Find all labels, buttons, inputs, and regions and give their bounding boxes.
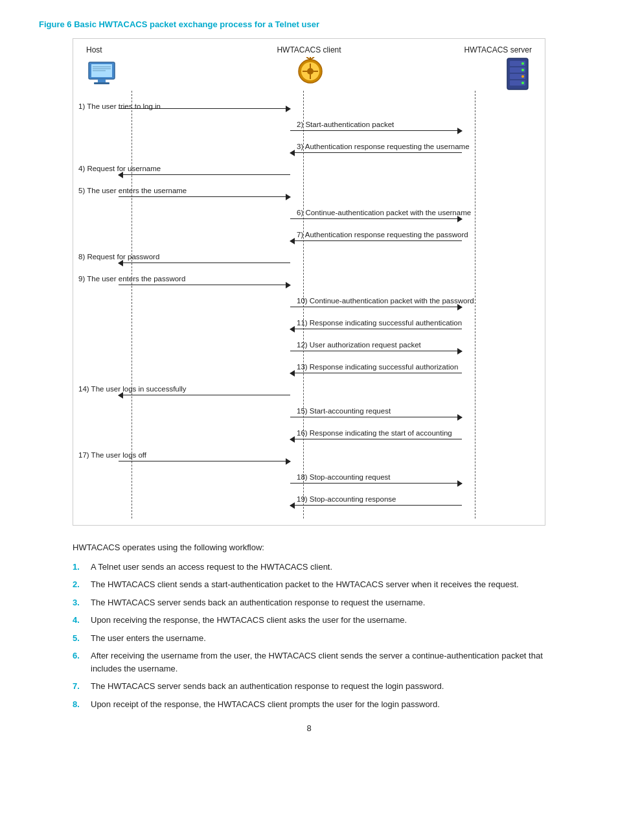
list-num-6: 6. — [73, 649, 88, 675]
seq-label-9: 9) The user enters the password — [78, 275, 185, 283]
seq-diagram-body: 1) The user tries to log in 2) Start-aut… — [73, 91, 545, 519]
svg-rect-6 — [94, 82, 109, 84]
list-item-2: 2. The HWTACACS client sends a start-aut… — [73, 578, 545, 591]
seq-row-10: 10) Continue-authentication packet with … — [73, 296, 545, 318]
seq-row-1: 1) The user tries to log in — [73, 97, 545, 119]
seq-row-9: 9) The user enters the password — [73, 274, 545, 296]
list-text-7: The HWTACACS server sends back an authen… — [91, 680, 444, 693]
seq-row-11: 11) Response indicating successful authe… — [73, 318, 545, 340]
list-text-1: A Telnet user sends an access request to… — [91, 561, 332, 574]
list-num-5: 5. — [73, 632, 88, 645]
arrow-10 — [290, 307, 462, 307]
seq-row-12: 12) User authorization request packet — [73, 340, 545, 362]
list-item-6: 6. After receiving the username from the… — [73, 649, 545, 675]
svg-point-22 — [521, 62, 524, 65]
client-icon — [293, 57, 327, 91]
arrow-3 — [290, 152, 462, 153]
seq-row-15: 15) Start-accounting request — [73, 406, 545, 428]
arrow-14 — [119, 395, 290, 395]
list-text-3: The HWTACACS server sends back an authen… — [91, 596, 425, 609]
seq-row-18: 18) Stop-accounting request — [73, 472, 545, 494]
seq-row-4: 4) Request for username — [73, 163, 545, 185]
list-text-8: Upon receipt of the response, the HWTACA… — [91, 698, 440, 711]
arrow-13 — [290, 373, 462, 373]
arrow-8 — [119, 262, 290, 263]
list-num-4: 4. — [73, 614, 88, 627]
seq-label-13: 13) Response indicating successful autho… — [297, 363, 458, 371]
description-intro: HWTACACS operates using the following wo… — [73, 541, 545, 554]
seq-row-19: 19) Stop-accounting response — [73, 494, 545, 516]
seq-row-7: 7) Authentication response requesting th… — [73, 229, 545, 251]
seq-label-2: 2) Start-authentication packet — [297, 121, 394, 128]
seq-label-5: 5) The user enters the username — [78, 187, 187, 194]
list-num-3: 3. — [73, 596, 88, 609]
col-server-label: HWTACACS server — [428, 45, 532, 54]
seq-label-15: 15) Start-accounting request — [297, 407, 391, 415]
list-text-6: After receiving the username from the us… — [91, 649, 545, 675]
seq-label-19: 19) Stop-accounting response — [297, 495, 396, 503]
svg-point-12 — [307, 68, 314, 75]
col-client-label: HWTACACS client — [244, 45, 374, 54]
seq-row-3: 3) Authentication response requesting th… — [73, 141, 545, 163]
list-item-3: 3. The HWTACACS server sends back an aut… — [73, 596, 545, 609]
arrow-18 — [290, 483, 462, 484]
bottom-description: HWTACACS operates using the following wo… — [73, 541, 545, 710]
seq-row-16: 16) Response indicating the start of acc… — [73, 428, 545, 450]
seq-label-17: 17) The user logs off — [78, 451, 146, 459]
list-num-7: 7. — [73, 680, 88, 693]
arrow-5 — [119, 196, 290, 197]
list-text-5: The user enters the username. — [91, 632, 206, 645]
svg-point-25 — [521, 82, 524, 84]
diagram-container: Host HWTACACS client HWTACACS server — [73, 38, 545, 526]
arrow-12 — [290, 351, 462, 351]
seq-row-5: 5) The user enters the username — [73, 185, 545, 207]
arrow-16 — [290, 439, 462, 439]
seq-label-3: 3) Authentication response requesting th… — [297, 143, 470, 150]
diagram-header: Host HWTACACS client HWTACACS server — [73, 45, 545, 54]
seq-row-8: 8) Request for password — [73, 251, 545, 274]
arrow-11 — [290, 329, 462, 329]
seq-label-18: 18) Stop-accounting request — [297, 473, 390, 481]
page-number: 8 — [39, 723, 579, 733]
seq-row-17: 17) The user logs off — [73, 450, 545, 472]
arrow-17 — [119, 461, 290, 461]
arrow-4 — [119, 174, 290, 175]
icons-row — [73, 57, 545, 91]
list-item-5: 5. The user enters the username. — [73, 632, 545, 645]
list-num-1: 1. — [73, 561, 88, 574]
seq-label-1: 1) The user tries to log in — [78, 102, 161, 110]
seq-label-10: 10) Continue-authentication packet with … — [297, 297, 474, 305]
figure-title: Figure 6 Basic HWTACACS packet exchange … — [39, 19, 579, 29]
col-host-label: Host — [86, 45, 190, 54]
seq-label-6: 6) Continue-authentication packet with t… — [297, 209, 471, 216]
arrow-1 — [119, 108, 290, 109]
seq-row-14: 14) The user logs in successfully — [73, 384, 545, 406]
svg-rect-5 — [98, 79, 106, 82]
arrow-9 — [119, 285, 290, 285]
seq-row-13: 13) Response indicating successful autho… — [73, 362, 545, 384]
list-item-1: 1. A Telnet user sends an access request… — [73, 561, 545, 574]
seq-label-11: 11) Response indicating successful authe… — [297, 319, 462, 327]
svg-point-24 — [521, 75, 524, 78]
seq-label-16: 16) Response indicating the start of acc… — [297, 429, 452, 437]
list-num-8: 8. — [73, 698, 88, 711]
svg-point-23 — [521, 69, 524, 71]
list-item-8: 8. Upon receipt of the response, the HWT… — [73, 698, 545, 711]
arrow-7 — [290, 240, 462, 241]
seq-row-6: 6) Continue-authentication packet with t… — [73, 207, 545, 229]
arrow-2 — [290, 130, 462, 131]
seq-label-12: 12) User authorization request packet — [297, 341, 421, 349]
arrow-6 — [290, 218, 462, 219]
list-text-4: Upon receiving the response, the HWTACAC… — [91, 614, 407, 627]
list-item-4: 4. Upon receiving the response, the HWTA… — [73, 614, 545, 627]
host-icon — [86, 58, 117, 89]
arrow-15 — [290, 417, 462, 417]
arrow-19 — [290, 505, 462, 506]
list-item-7: 7. The HWTACACS server sends back an aut… — [73, 680, 545, 693]
list-text-2: The HWTACACS client sends a start-authen… — [91, 578, 519, 591]
server-icon — [503, 57, 532, 91]
description-list: 1. A Telnet user sends an access request… — [73, 561, 545, 711]
seq-label-7: 7) Authentication response requesting th… — [297, 231, 468, 239]
seq-label-14: 14) The user logs in successfully — [78, 385, 187, 393]
list-num-2: 2. — [73, 578, 88, 591]
